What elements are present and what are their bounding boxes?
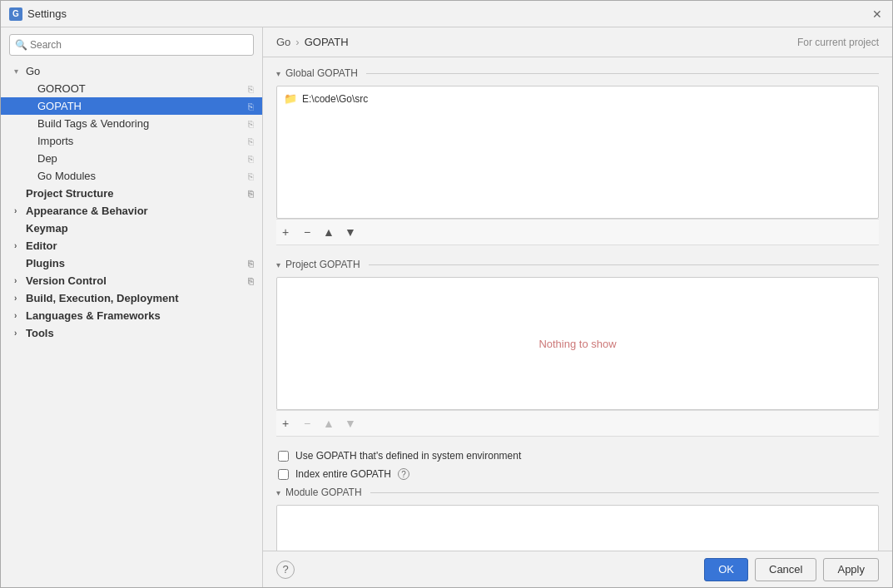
- title-bar-left: G Settings: [9, 7, 67, 21]
- sidebar-item-imports-label: Imports: [37, 135, 248, 147]
- search-box: 🔍: [1, 27, 262, 62]
- languages-arrow: ›: [14, 311, 26, 320]
- project-gopath-list: Nothing to show: [276, 277, 879, 410]
- ok-button[interactable]: OK: [704, 558, 748, 581]
- module-gopath-line: [370, 492, 879, 493]
- use-system-gopath-checkbox[interactable]: [278, 451, 289, 462]
- editor-arrow: ›: [14, 241, 26, 250]
- global-up-button[interactable]: ▲: [320, 223, 338, 241]
- sidebar-item-goroot-label: GOROOT: [37, 82, 248, 95]
- sidebar-item-languages[interactable]: › Languages & Frameworks: [1, 307, 262, 324]
- project-gopath-line: [369, 264, 879, 265]
- panel-content: ▾ Global GOPATH 📁 E:\code\Go\src + − ▲: [263, 57, 892, 551]
- folder-icon: 📁: [284, 92, 297, 105]
- sidebar-item-build-exec[interactable]: › Build, Execution, Deployment: [1, 289, 262, 307]
- sidebar-item-dep[interactable]: Dep ⎘: [1, 150, 262, 167]
- sidebar: 🔍 ▾ Go GOROOT ⎘ GOPAT: [1, 27, 263, 587]
- sidebar-item-project-structure[interactable]: Project Structure ⎘: [1, 185, 262, 202]
- window-title: Settings: [27, 7, 67, 20]
- project-add-button[interactable]: +: [276, 414, 295, 432]
- project-structure-copy-icon: ⎘: [248, 189, 254, 199]
- app-icon: G: [9, 7, 22, 21]
- goroot-copy-icon: ⎘: [248, 84, 254, 94]
- nav-tree: ▾ Go GOROOT ⎘ GOPATH ⎘ Bui: [1, 62, 262, 587]
- sidebar-item-goroot[interactable]: GOROOT ⎘: [1, 80, 262, 97]
- project-gopath-toggle[interactable]: ▾: [276, 260, 280, 269]
- sidebar-item-languages-label: Languages & Frameworks: [26, 309, 254, 322]
- global-path-value: E:\code\Go\src: [302, 93, 368, 105]
- for-current-project-link[interactable]: For current project: [797, 37, 879, 48]
- sidebar-item-build-exec-label: Build, Execution, Deployment: [26, 292, 254, 304]
- module-gopath-section: ▾ Module GOPATH: [276, 487, 879, 551]
- project-gopath-toolbar: + − ▲ ▼: [276, 410, 879, 437]
- project-down-button[interactable]: ▼: [341, 414, 360, 432]
- appearance-arrow: ›: [14, 206, 26, 215]
- sidebar-item-imports[interactable]: Imports ⎘: [1, 132, 262, 150]
- sidebar-item-project-structure-label: Project Structure: [26, 187, 248, 200]
- dep-copy-icon: ⎘: [248, 154, 254, 164]
- tools-arrow: ›: [14, 329, 26, 338]
- project-remove-button[interactable]: −: [298, 414, 316, 432]
- sidebar-item-tools[interactable]: › Tools: [1, 324, 262, 342]
- content-area: 🔍 ▾ Go GOROOT ⎘ GOPAT: [1, 27, 892, 587]
- project-up-button[interactable]: ▲: [320, 414, 338, 432]
- sidebar-item-build-tags[interactable]: Build Tags & Vendoring ⎘: [1, 115, 262, 132]
- global-down-button[interactable]: ▼: [341, 223, 360, 241]
- plugins-copy-icon: ⎘: [248, 259, 254, 269]
- sidebar-item-keymap[interactable]: Keymap: [1, 220, 262, 237]
- breadcrumb-separator: ›: [295, 36, 299, 48]
- sidebar-item-editor-label: Editor: [26, 240, 254, 252]
- vc-arrow: ›: [14, 276, 26, 285]
- sidebar-item-version-control[interactable]: › Version Control ⎘: [1, 272, 262, 289]
- sidebar-item-go-label: Go: [26, 65, 254, 77]
- project-gopath-section: ▾ Project GOPATH Nothing to show + − ▲ ▼: [276, 259, 879, 437]
- gopath-copy-icon: ⎘: [248, 101, 254, 111]
- module-gopath-toggle[interactable]: ▾: [276, 488, 280, 497]
- global-gopath-toolbar: + − ▲ ▼: [276, 219, 879, 245]
- sidebar-item-gopath[interactable]: GOPATH ⎘: [1, 97, 262, 115]
- search-icon: 🔍: [15, 39, 27, 51]
- help-button[interactable]: ?: [276, 561, 295, 579]
- close-button[interactable]: ✕: [871, 7, 884, 21]
- global-gopath-line: [366, 73, 879, 74]
- sidebar-item-tools-label: Tools: [26, 327, 254, 339]
- apply-button[interactable]: Apply: [823, 558, 879, 581]
- index-gopath-row: Index entire GOPATH ?: [276, 468, 879, 480]
- project-gopath-empty: Nothing to show: [280, 281, 875, 406]
- imports-copy-icon: ⎘: [248, 136, 254, 146]
- sidebar-item-plugins[interactable]: Plugins ⎘: [1, 254, 262, 272]
- project-gopath-title: Project GOPATH: [285, 259, 360, 270]
- global-gopath-list: 📁 E:\code\Go\src: [276, 86, 879, 219]
- module-gopath-title: Module GOPATH: [285, 487, 362, 498]
- settings-dialog: G Settings ✕ 🔍 ▾ Go: [0, 0, 893, 588]
- sidebar-item-appearance-label: Appearance & Behavior: [26, 205, 254, 217]
- global-gopath-toggle[interactable]: ▾: [276, 69, 280, 78]
- use-system-gopath-label: Use GOPATH that's defined in system envi…: [295, 450, 521, 462]
- global-add-button[interactable]: +: [276, 223, 295, 241]
- build-exec-arrow: ›: [14, 294, 26, 303]
- index-gopath-checkbox[interactable]: [278, 469, 289, 480]
- index-gopath-help-icon[interactable]: ?: [398, 468, 409, 480]
- global-remove-button[interactable]: −: [298, 223, 316, 241]
- sidebar-item-go[interactable]: ▾ Go: [1, 62, 262, 80]
- sidebar-item-go-modules[interactable]: Go Modules ⎘: [1, 167, 262, 185]
- sidebar-item-vc-label: Version Control: [26, 274, 248, 287]
- sidebar-item-keymap-label: Keymap: [26, 222, 254, 235]
- sidebar-item-build-tags-label: Build Tags & Vendoring: [37, 117, 248, 130]
- sidebar-item-editor[interactable]: › Editor: [1, 237, 262, 254]
- build-tags-copy-icon: ⎘: [248, 119, 254, 129]
- go-arrow: ▾: [14, 67, 26, 76]
- sidebar-item-dep-label: Dep: [37, 152, 248, 165]
- global-gopath-title: Global GOPATH: [285, 67, 358, 79]
- sidebar-item-appearance[interactable]: › Appearance & Behavior: [1, 202, 262, 220]
- global-path-item: 📁 E:\code\Go\src: [280, 90, 875, 107]
- module-gopath-header: ▾ Module GOPATH: [276, 487, 879, 498]
- bottom-left: ?: [276, 561, 295, 579]
- sidebar-item-gopath-label: GOPATH: [37, 100, 248, 112]
- bottom-bar: ? OK Cancel Apply: [263, 551, 892, 587]
- cancel-button[interactable]: Cancel: [755, 558, 816, 581]
- use-system-gopath-row: Use GOPATH that's defined in system envi…: [276, 450, 879, 462]
- sidebar-item-go-modules-label: Go Modules: [37, 170, 248, 182]
- panel-header: Go › GOPATH For current project: [263, 27, 892, 57]
- search-input[interactable]: [9, 34, 254, 56]
